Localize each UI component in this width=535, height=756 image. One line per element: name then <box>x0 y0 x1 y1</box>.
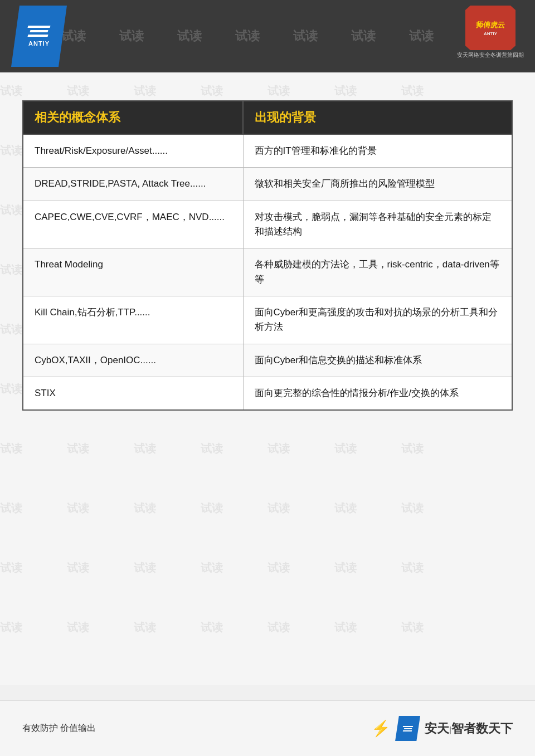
logo-lines <box>28 26 50 37</box>
wm6: 试读 <box>351 28 376 45</box>
wm1: 试读 <box>61 28 86 45</box>
table-cell-background: 面向更完整的综合性的情报分析/作业/交换的体系 <box>243 377 512 411</box>
watermark-row: 试读 试读 试读 试读 试读 试读 试读 <box>61 28 434 45</box>
logo-text: ANTIY <box>28 40 50 47</box>
table-cell-concept: CAPEC,CWE,CVE,CVRF，MAEC，NVD...... <box>23 201 243 248</box>
wm5: 试读 <box>293 28 318 45</box>
table-cell-concept: STIX <box>23 377 243 411</box>
brand-logo-inner: 师傅虎云 ANTIY <box>476 20 505 36</box>
wm3: 试读 <box>177 28 202 45</box>
footer-brand: ⚡ 安天|智者数天下 <box>371 716 513 741</box>
main-content: 相关的概念体系 出现的背景 Threat/Risk/Exposure/Asset… <box>0 72 535 685</box>
table-cell-background: 面向Cyber和信息交换的描述和标准体系 <box>243 344 512 377</box>
footer-brand-name: 安天|智者数天下 <box>425 720 513 737</box>
header: ANTIY 试读 试读 试读 试读 试读 试读 试读 师傅虎云 ANTIY 安天… <box>0 0 535 72</box>
table-cell-background: 面向Cyber和更高强度的攻击和对抗的场景的分析工具和分析方法 <box>243 296 512 344</box>
table-cell-concept: CybOX,TAXII，OpenIOC...... <box>23 344 243 377</box>
table-row: Threat Modeling各种威胁建模的方法论，工具，risk-centri… <box>23 248 512 296</box>
table-cell-background: 微软和相关安全厂商所推出的风险管理模型 <box>243 168 512 201</box>
footer-logo-icon <box>395 716 420 741</box>
footer-brand-text: 安天|智者数天下 <box>425 720 513 737</box>
table-row: Kill Chain,钻石分析,TTP......面向Cyber和更高强度的攻击… <box>23 296 512 344</box>
table-cell-concept: Threat/Risk/Exposure/Asset...... <box>23 134 243 168</box>
table-row: DREAD,STRIDE,PASTA, Attack Tree......微软和… <box>23 168 512 201</box>
footer-tagline: 有效防护 价值输出 <box>22 723 96 734</box>
wm2: 试读 <box>119 28 144 45</box>
col1-header: 相关的概念体系 <box>23 101 243 134</box>
table-cell-background: 对攻击模式，脆弱点，漏洞等各种基础的安全元素的标定和描述结构 <box>243 201 512 248</box>
wm4: 试读 <box>235 28 260 45</box>
table-row: Threat/Risk/Exposure/Asset......西方的IT管理和… <box>23 134 512 168</box>
logo-line-1 <box>27 26 50 28</box>
table-cell-concept: Threat Modeling <box>23 248 243 296</box>
table-cell-concept: Kill Chain,钻石分析,TTP...... <box>23 296 243 344</box>
table-cell-background: 各种威胁建模的方法论，工具，risk-centric，data-driven等等 <box>243 248 512 296</box>
table-row: CybOX,TAXII，OpenIOC......面向Cyber和信息交换的描述… <box>23 344 512 377</box>
table-cell-concept: DREAD,STRIDE,PASTA, Attack Tree...... <box>23 168 243 201</box>
logo-line-2 <box>30 30 48 32</box>
wm7: 试读 <box>409 28 434 45</box>
header-brand: 师傅虎云 ANTIY 安天网络安全冬训营第四期 <box>457 6 524 59</box>
table-cell-background: 西方的IT管理和标准化的背景 <box>243 134 512 168</box>
logo: ANTIY <box>11 6 67 67</box>
table-row: CAPEC,CWE,CVE,CVRF，MAEC，NVD......对攻击模式，脆… <box>23 201 512 248</box>
lightning-icon: ⚡ <box>371 719 391 738</box>
logo-line-3 <box>27 35 48 37</box>
table-row: STIX面向更完整的综合性的情报分析/作业/交换的体系 <box>23 377 512 411</box>
brand-logo-box: 师傅虎云 ANTIY <box>465 6 515 50</box>
brand-subtitle: 安天网络安全冬训营第四期 <box>457 51 524 59</box>
footer: 有效防护 价值输出 ⚡ 安天|智者数天下 <box>0 700 535 756</box>
header-watermarks: 试读 试读 试读 试读 试读 试读 试读 <box>61 0 463 72</box>
col2-header: 出现的背景 <box>243 101 512 134</box>
concept-table: 相关的概念体系 出现的背景 Threat/Risk/Exposure/Asset… <box>22 100 513 411</box>
